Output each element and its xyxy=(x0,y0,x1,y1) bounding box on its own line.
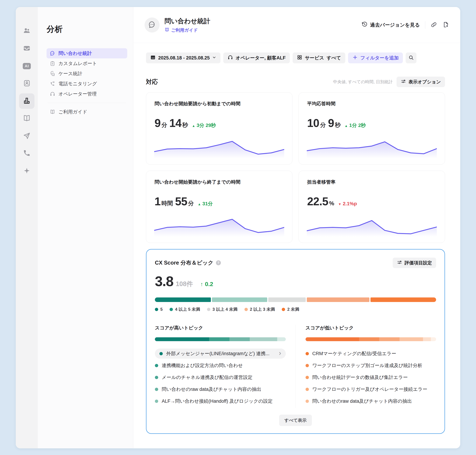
sliders-icon xyxy=(397,260,402,266)
sidebar-item-case-stats[interactable]: ケース統計 xyxy=(47,69,127,79)
topic-dot-icon xyxy=(306,399,309,403)
topic-item[interactable]: 連携機能および設定方法の問い合わせ xyxy=(155,360,286,371)
rail-item-ai[interactable]: AI xyxy=(18,57,35,75)
topic-item[interactable]: 問い合わせのraw data及びチャット内容の抽出 xyxy=(155,384,286,394)
header-divider xyxy=(425,21,425,29)
rail-item-phone[interactable] xyxy=(18,145,35,162)
topic-bar-segment xyxy=(209,337,229,341)
high-topic-list: 外部メッセンジャー(LINE/instagramなど) 連携...›連携機能およ… xyxy=(155,349,286,406)
high-topics-header: スコアが高いトピック xyxy=(155,325,286,331)
legend-dot-icon xyxy=(170,308,173,311)
metric-card-avg-response: 平均応答時間 10分9秒 ▲1分 2秒 xyxy=(299,92,445,164)
topic-item[interactable]: CRMマーケティングの配信/受信エラー xyxy=(306,349,436,359)
sidebar-item-custom-report[interactable]: カスタムレポート xyxy=(47,58,127,69)
add-filter-button[interactable]: フィルターを追加 xyxy=(348,52,403,63)
evaluation-settings-label: 評価項目設定 xyxy=(405,260,432,266)
topic-dot-icon xyxy=(155,388,158,391)
legend-dot-icon xyxy=(244,308,248,311)
distribution-segment xyxy=(307,297,369,302)
grid-icon xyxy=(297,55,302,61)
display-options-button[interactable]: 表示オプション xyxy=(397,77,445,87)
metric-card-title: 問い合わせ開始要請から初動までの時間 xyxy=(155,101,284,107)
date-range-filter[interactable]: 2025.08.18 - 2025.08.25 xyxy=(146,52,220,63)
topic-bar-segment xyxy=(250,337,277,341)
show-all-button[interactable]: すべて表示 xyxy=(279,414,312,426)
chat-duo-icon xyxy=(50,71,55,76)
book-open-icon xyxy=(50,109,55,115)
section-meta: 中央値, すべての時間, 日別統計 xyxy=(333,79,393,85)
page-title: 問い合わせ統計 xyxy=(165,17,210,25)
rail-item-docs[interactable] xyxy=(18,110,35,127)
sidebar-item-label: カスタムレポート xyxy=(58,60,97,67)
sparkline-chart xyxy=(154,137,284,158)
low-topic-list: CRMマーケティングの配信/受信エラーワークフローのステップ別ゴール達成及び統計… xyxy=(306,349,436,406)
topic-item[interactable]: ワークフローのトリガー及びオペレーター接続エラー xyxy=(306,384,436,394)
delta-triangle-icon: ▲ xyxy=(192,124,195,128)
cx-card-title: CX Score 分布＆ピック ? xyxy=(155,259,221,267)
history-clock-icon xyxy=(361,21,368,29)
export-button[interactable] xyxy=(443,21,449,29)
ai-icon: AI xyxy=(23,63,31,69)
rail-item-address-book[interactable] xyxy=(18,75,35,92)
arrow-up-icon: ↑ xyxy=(200,281,203,287)
high-topics-column: スコアが高いトピック 外部メッセンジャー(LINE/instagramなど) 連… xyxy=(155,325,296,408)
topic-dot-icon xyxy=(306,388,309,391)
chevron-right-icon: › xyxy=(279,350,281,358)
book-open-icon xyxy=(165,27,169,33)
topic-item[interactable]: ワークフローのステップ別ゴール達成及び統計分析 xyxy=(306,360,436,371)
topic-item[interactable]: 外部メッセンジャー(LINE/instagramなど) 連携...› xyxy=(155,349,286,359)
clipboard-icon xyxy=(50,61,55,66)
evaluation-settings-button[interactable]: 評価項目設定 xyxy=(393,258,436,268)
paper-plane-icon xyxy=(23,132,31,140)
help-icon[interactable]: ? xyxy=(216,260,221,265)
legend-item: 4 以上 5 未満 xyxy=(170,307,200,312)
metric-card-time-to-close: 問い合わせ開始要請から終了までの時間 1時間55分 ▲31分 xyxy=(146,171,292,243)
search-button[interactable] xyxy=(406,52,417,63)
view-past-versions-button[interactable]: 過去バージョンを見る xyxy=(361,21,420,29)
legend-item: 3 以上 4 未満 xyxy=(207,307,237,312)
cx-score-value: 3.8 xyxy=(155,273,173,289)
headset-icon xyxy=(227,55,233,61)
operator-filter[interactable]: オペレーター, 顧客ALF xyxy=(223,52,290,63)
copy-link-button[interactable] xyxy=(431,21,437,29)
topic-bar-segment xyxy=(155,337,209,341)
service-filter-value: すべて xyxy=(326,55,341,61)
sidebar-item-operator-management[interactable]: オペレーター管理 xyxy=(47,89,127,99)
sidebar-item-label: ケース統計 xyxy=(58,71,82,77)
bar-chart-icon xyxy=(23,97,31,105)
service-filter-label: サービス xyxy=(305,55,324,61)
low-topic-bar xyxy=(306,337,436,341)
metric-value: 22.5% ▼2.1%p xyxy=(307,195,436,208)
topic-item[interactable]: 問い合わせのraw data及びチャット内容の抽出 xyxy=(306,396,436,406)
sparkline-chart xyxy=(154,215,284,237)
rail-item-contacts[interactable] xyxy=(18,22,35,40)
topic-bar-segment xyxy=(423,337,431,341)
topic-bar-segment xyxy=(379,337,400,341)
guide-link[interactable]: ご利用ガイド xyxy=(165,27,210,33)
phone-icon xyxy=(23,149,31,158)
sidebar-item-label: 電話モニタリング xyxy=(58,81,97,87)
rail-item-inbox[interactable] xyxy=(18,40,35,57)
book-icon xyxy=(23,114,31,123)
metric-cards-grid: 問い合わせ開始要請から初動までの時間 9分14秒 ▲3分 29秒 平均応答時間 … xyxy=(146,92,445,243)
metric-delta: ▼2.1%p xyxy=(338,201,357,206)
topic-bar-segment xyxy=(306,337,359,341)
rail-item-analytics[interactable] xyxy=(18,92,35,110)
chat-bubble-icon xyxy=(50,50,55,56)
topic-item[interactable]: 問い合わせ統計データの数値及び集計エラー xyxy=(306,372,436,382)
rail-item-send[interactable] xyxy=(18,127,35,145)
legend-dot-icon xyxy=(155,308,158,311)
legend-dot-icon xyxy=(207,308,210,311)
sidebar-title: 分析 xyxy=(47,24,127,35)
topic-item[interactable]: メールのチャネル連携及び配信の運営設定 xyxy=(155,372,286,382)
sidebar-item-inquiry-stats[interactable]: 問い合わせ統計 xyxy=(47,48,127,58)
metric-delta: ▲31分 xyxy=(198,200,213,207)
service-filter[interactable]: サービス すべて xyxy=(292,52,345,63)
contact-card-icon xyxy=(23,79,31,88)
sidebar-divider xyxy=(48,103,126,103)
sidebar-item-user-guide[interactable]: ご利用ガイド xyxy=(47,107,127,117)
topic-item[interactable]: ALF→問い合わせ接続(Handoff) 及びロジックの設定 xyxy=(155,396,286,406)
distribution-segment xyxy=(370,297,436,302)
rail-item-sparkle[interactable] xyxy=(18,162,35,180)
sidebar-item-phone-monitoring[interactable]: 電話モニタリング xyxy=(47,79,127,89)
